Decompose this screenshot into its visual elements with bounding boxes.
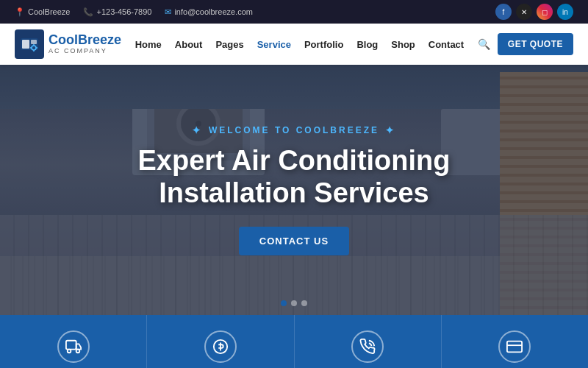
phone-info: 📞 +123-456-7890 bbox=[83, 7, 151, 17]
svg-point-9 bbox=[67, 349, 71, 353]
nav-home[interactable]: Home bbox=[135, 39, 162, 50]
fast-support-icon bbox=[57, 330, 90, 363]
hero-content: ✦ WELCOME TO COOLBREEZE ✦ Expert Air Con… bbox=[123, 110, 465, 270]
hero-section: ✦ WELCOME TO COOLBREEZE ✦ Expert Air Con… bbox=[0, 65, 588, 315]
service-card-fast-support[interactable]: Fast Support bbox=[0, 315, 147, 368]
contact-us-button[interactable]: CONTACT US bbox=[239, 227, 349, 255]
svg-rect-8 bbox=[66, 340, 76, 349]
svg-rect-12 bbox=[507, 341, 522, 352]
service-cards: Fast Support Discount System Emergency S… bbox=[0, 315, 588, 368]
email-info: ✉ info@coolbreeze.com bbox=[165, 7, 253, 17]
twitter-x-icon[interactable]: ✕ bbox=[516, 4, 532, 20]
navbar: CoolBreeze AC COMPANY Home About Pages S… bbox=[0, 24, 588, 65]
diamond-right-icon: ✦ bbox=[385, 124, 396, 136]
logo-text: CoolBreeze AC COMPANY bbox=[49, 33, 121, 55]
email-icon: ✉ bbox=[165, 7, 171, 17]
search-button[interactable]: 🔍 bbox=[478, 38, 490, 50]
discount-icon bbox=[204, 330, 237, 363]
location-text: CoolBreeze bbox=[28, 7, 70, 16]
svg-rect-2 bbox=[31, 40, 37, 44]
logo-icon bbox=[15, 29, 44, 59]
phone-text: +123-456-7890 bbox=[96, 7, 151, 16]
nav-shop[interactable]: Shop bbox=[391, 39, 415, 50]
service-card-emergency[interactable]: Emergency Service bbox=[295, 315, 442, 368]
top-bar-contacts: 📍 CoolBreeze 📞 +123-456-7890 ✉ info@cool… bbox=[15, 7, 253, 17]
dot-1[interactable] bbox=[281, 300, 287, 306]
dot-2[interactable] bbox=[291, 300, 297, 306]
nav-service[interactable]: Service bbox=[257, 39, 291, 50]
logo-cool: Cool bbox=[49, 32, 78, 47]
nav-links: Home About Pages Service Portfolio Blog … bbox=[135, 39, 464, 50]
logo-breeze: Breeze bbox=[78, 32, 121, 47]
nav-pages[interactable]: Pages bbox=[215, 39, 243, 50]
get-quote-button[interactable]: GET QUOTE bbox=[498, 33, 573, 55]
diamond-left-icon: ✦ bbox=[192, 124, 203, 136]
hero-title-line2: Installation Services bbox=[137, 177, 450, 210]
facebook-icon[interactable]: f bbox=[495, 4, 512, 20]
instagram-icon[interactable]: ◻ bbox=[537, 4, 553, 20]
emergency-icon bbox=[351, 330, 384, 363]
service-card-discount[interactable]: Discount System bbox=[147, 315, 294, 368]
location-info: 📍 CoolBreeze bbox=[15, 7, 70, 17]
payment-icon bbox=[498, 330, 531, 363]
svg-point-10 bbox=[76, 349, 79, 353]
location-icon: 📍 bbox=[15, 7, 25, 17]
nav-contact[interactable]: Contact bbox=[429, 39, 464, 50]
nav-right: 🔍 GET QUOTE bbox=[478, 33, 573, 55]
slider-dots bbox=[281, 300, 307, 306]
hero-title: Expert Air Conditioning Installation Ser… bbox=[137, 145, 450, 209]
dot-3[interactable] bbox=[301, 300, 307, 306]
top-bar: 📍 CoolBreeze 📞 +123-456-7890 ✉ info@cool… bbox=[0, 0, 588, 24]
service-card-payment[interactable]: Online Payment bbox=[442, 315, 588, 368]
logo-sub: AC COMPANY bbox=[49, 48, 121, 55]
hero-title-line1: Expert Air Conditioning bbox=[137, 145, 450, 177]
email-text: info@coolbreeze.com bbox=[174, 7, 253, 16]
phone-icon: 📞 bbox=[83, 7, 93, 17]
logo[interactable]: CoolBreeze AC COMPANY bbox=[15, 29, 121, 59]
hero-subtitle: ✦ WELCOME TO COOLBREEZE ✦ bbox=[137, 124, 450, 136]
nav-about[interactable]: About bbox=[175, 39, 203, 50]
hero-subtitle-text: WELCOME TO COOLBREEZE bbox=[209, 125, 379, 135]
nav-blog[interactable]: Blog bbox=[356, 39, 378, 50]
social-links: f ✕ ◻ in bbox=[495, 4, 573, 20]
nav-portfolio[interactable]: Portfolio bbox=[304, 39, 343, 50]
svg-rect-1 bbox=[22, 40, 29, 49]
linkedin-icon[interactable]: in bbox=[557, 4, 573, 20]
